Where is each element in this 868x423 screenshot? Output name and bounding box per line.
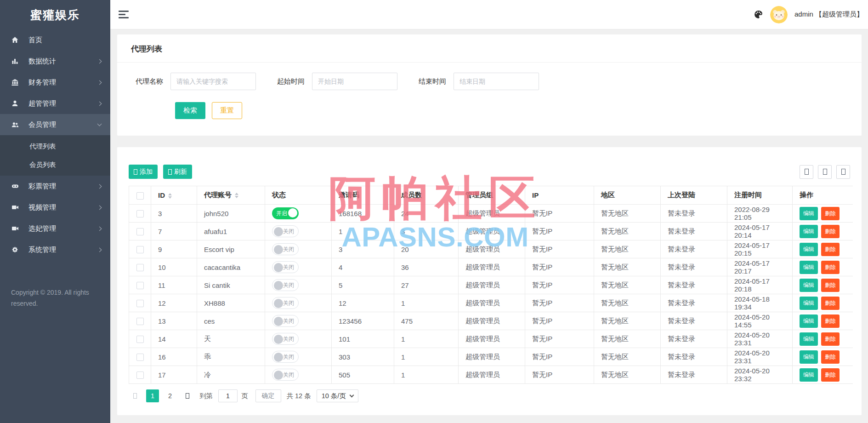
jump-confirm-button[interactable]: 确定 [255,389,281,402]
delete-button[interactable]: 删除 [821,368,840,382]
sort-icon[interactable] [168,193,172,199]
toggle-knob [274,299,283,308]
edit-button[interactable]: 编辑 [800,279,818,292]
toggle-knob [274,263,283,272]
next-page-button[interactable] [181,389,194,402]
cell-ip: 暂无IP [525,366,594,384]
cell-actions: 编辑删除 [793,205,853,223]
table-tool-button-2[interactable] [818,165,832,179]
column-header[interactable]: ID [151,186,197,205]
sidebar-item-system[interactable]: 系统管理 [0,239,110,260]
row-checkbox[interactable] [136,210,144,217]
delete-button[interactable]: 删除 [821,207,840,220]
sidebar-item-lottery[interactable]: 彩票管理 [0,176,110,197]
cell-region: 暂无地区 [594,312,661,330]
status-toggle-off[interactable]: 关闭 [272,297,299,309]
edit-button[interactable]: 编辑 [800,243,818,256]
edit-button[interactable]: 编辑 [800,225,818,238]
row-checkbox[interactable] [136,354,144,361]
reset-button[interactable]: 重置 [212,102,242,119]
sidebar-subitem[interactable]: 代理列表 [0,137,110,155]
end-date-input[interactable] [454,73,539,90]
page-number-2[interactable]: 2 [164,389,176,402]
sidebar-item-stats[interactable]: 数据统计 [0,51,110,72]
cell-admin-group: 超级管理员 [459,312,525,330]
cell-member-count: 3 [394,223,459,240]
delete-button[interactable]: 删除 [821,261,840,274]
row-checkbox[interactable] [136,228,144,235]
cell-invite-code: 123456 [332,312,394,330]
status-toggle-off[interactable]: 关闭 [272,279,299,291]
table-tool-button-1[interactable] [800,165,813,179]
column-header: IP [525,186,594,205]
row-checkbox[interactable] [136,336,144,343]
sidebar-item-finance[interactable]: 财务管理 [0,72,110,93]
sidebar-subitem[interactable]: 会员列表 [0,155,110,174]
status-toggle-off[interactable]: 关闭 [272,369,299,381]
cell-admin-group: 超级管理员 [459,258,525,276]
sort-icon[interactable] [235,193,238,198]
add-button[interactable]: 添加 [129,165,158,179]
column-header[interactable]: 代理账号 [197,186,265,205]
end-time-label: 结束时间 [419,77,446,86]
row-checkbox[interactable] [136,264,144,271]
cell-id: 17 [151,366,197,384]
cell-ip: 暂无IP [525,348,594,366]
row-checkbox[interactable] [136,246,144,253]
refresh-button[interactable]: 刷新 [163,165,192,179]
row-checkbox[interactable] [136,372,144,379]
delete-button[interactable]: 删除 [821,332,840,346]
start-date-input[interactable] [312,73,397,90]
hamburger-menu-icon[interactable] [119,11,129,18]
delete-button[interactable]: 删除 [821,279,840,292]
delete-button[interactable]: 删除 [821,314,840,328]
status-toggle-on[interactable]: 开启 [272,207,299,219]
admin-account-label[interactable]: admin 【超级管理员】 [794,10,863,19]
sidebar-item-members[interactable]: 会员管理 [0,114,110,135]
edit-button[interactable]: 编辑 [800,350,818,364]
sidebar-item-super-admin[interactable]: 超管管理 [0,93,110,114]
toggle-knob [274,371,283,380]
row-checkbox[interactable] [136,300,144,307]
sidebar-item-concubine[interactable]: 选妃管理 [0,218,110,239]
row-checkbox[interactable] [136,282,144,289]
edit-button[interactable]: 编辑 [800,314,818,328]
edit-button[interactable]: 编辑 [800,261,818,274]
jump-page-input[interactable] [218,389,238,402]
sidebar-item-video[interactable]: 视频管理 [0,197,110,218]
cell-last-login: 暂未登录 [661,294,727,312]
sidebar-item-home[interactable]: 首页 [0,29,110,51]
page-number-1[interactable]: 1 [146,389,159,402]
status-toggle-off[interactable]: 关闭 [272,243,299,255]
table-tool-button-3[interactable] [836,165,850,179]
cell-account: XH888 [197,294,265,312]
column-header: 成员数 [394,186,459,205]
delete-button[interactable]: 删除 [821,350,840,364]
status-toggle-off[interactable]: 关闭 [272,333,299,345]
edit-button[interactable]: 编辑 [800,332,818,346]
prev-page-button[interactable] [129,389,142,402]
cell-reg-time: 2024-05-20 23:31 [727,348,793,366]
cell-actions: 编辑删除 [793,240,853,258]
edit-button[interactable]: 编辑 [800,297,818,310]
delete-button[interactable]: 删除 [821,225,840,238]
status-toggle-off[interactable]: 关闭 [272,351,299,363]
edit-button[interactable]: 编辑 [800,207,818,220]
search-button[interactable]: 检索 [175,102,205,119]
cell-id: 9 [151,240,197,258]
theme-palette-icon[interactable] [754,10,763,19]
status-toggle-off[interactable]: 关闭 [272,225,299,237]
delete-button[interactable]: 删除 [821,297,840,310]
user-avatar[interactable] [770,6,788,23]
cell-region: 暂无地区 [594,330,661,348]
delete-button[interactable]: 删除 [821,243,840,256]
filter-card: 代理列表 代理名称 起始时间 结束时间 检索 [117,34,862,136]
page-size-select[interactable]: 10 条/页 [317,389,358,402]
cell-invite-code: 5 [332,276,394,294]
edit-button[interactable]: 编辑 [800,368,818,382]
agent-name-input[interactable] [170,73,256,90]
row-checkbox[interactable] [136,318,144,325]
select-all-checkbox[interactable] [136,192,144,200]
status-toggle-off[interactable]: 关闭 [272,261,299,273]
status-toggle-off[interactable]: 关闭 [272,315,299,327]
